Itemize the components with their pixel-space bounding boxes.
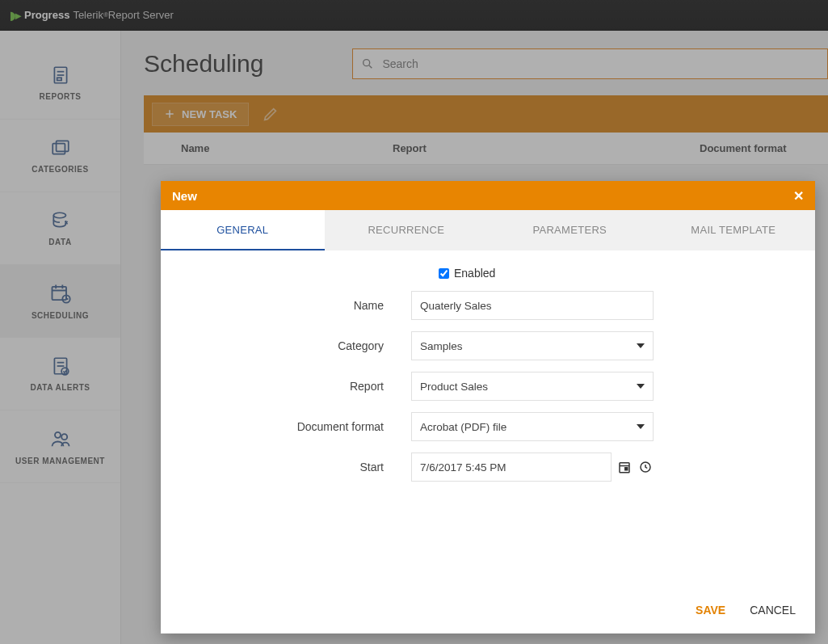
category-label: Category (185, 339, 411, 352)
category-value: Samples (420, 340, 463, 352)
modal-body: Enabled Name Category Samples Report Pro… (161, 250, 815, 585)
cancel-button[interactable]: CANCEL (750, 604, 796, 617)
report-select[interactable]: Product Sales (411, 372, 654, 401)
modal-title-text: New (172, 189, 197, 203)
new-task-modal: New ✕ GENERAL RECURRENCE PARAMETERS MAIL… (161, 181, 815, 633)
chevron-down-icon (637, 424, 645, 429)
modal-titlebar: New ✕ (161, 181, 815, 210)
category-select[interactable]: Samples (411, 331, 654, 360)
tab-mail-template[interactable]: MAIL TEMPLATE (652, 210, 816, 250)
report-value: Product Sales (420, 381, 488, 393)
clock-icon (638, 460, 653, 474)
enabled-label: Enabled (454, 267, 495, 280)
start-input[interactable] (411, 452, 612, 482)
report-label: Report (185, 380, 411, 393)
calendar-icon (617, 460, 632, 474)
svg-rect-24 (625, 468, 628, 470)
save-button[interactable]: SAVE (696, 604, 725, 617)
tab-general[interactable]: GENERAL (161, 210, 325, 250)
time-picker-button[interactable] (637, 459, 654, 475)
chevron-down-icon (637, 343, 645, 348)
tab-recurrence[interactable]: RECURRENCE (325, 210, 489, 250)
enabled-checkbox[interactable] (439, 268, 449, 279)
close-icon[interactable]: ✕ (793, 188, 804, 204)
format-value: Acrobat (PDF) file (420, 421, 506, 433)
format-select[interactable]: Acrobat (PDF) file (411, 412, 654, 441)
modal-footer: SAVE CANCEL (161, 585, 815, 633)
start-label: Start (185, 461, 411, 474)
modal-tabs: GENERAL RECURRENCE PARAMETERS MAIL TEMPL… (161, 210, 815, 250)
date-picker-button[interactable] (616, 459, 633, 475)
name-label: Name (185, 299, 411, 312)
tab-parameters[interactable]: PARAMETERS (488, 210, 652, 250)
chevron-down-icon (637, 384, 645, 389)
name-input[interactable] (411, 291, 654, 320)
format-label: Document format (185, 420, 411, 433)
